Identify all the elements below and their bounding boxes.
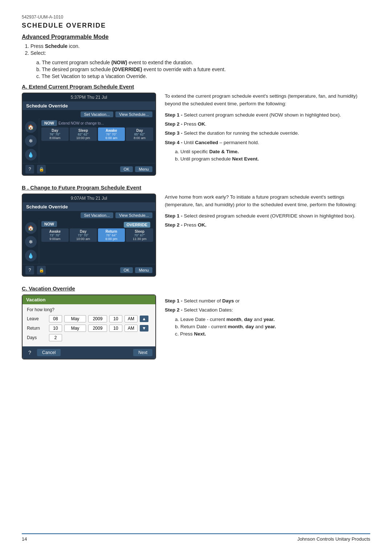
section-c-substep-a: a. Leave Date - current month, day and y… [175,316,370,323]
thermo-b-now-badge: NOW [41,221,57,227]
vacation-return-label: Return [27,326,47,331]
page-title: SCHEDULE OVERRIDE [22,22,370,29]
thermo-b-sched-return: Return 78° 64° 6:00 pm [98,228,125,242]
vacation-leave-month[interactable] [64,315,86,322]
vacation-leave-year[interactable] [88,315,107,322]
thermo-a-icon-temp: ❄ [25,135,37,147]
section-c-substep-b: b. Return Date - current month, day and … [175,323,370,330]
intro-step-2b: b. The desired program schedule (OVERRID… [36,66,370,72]
section-a-substep-a: a. Until specific Date & Time. [175,148,370,155]
section-c-substep-c: c. Press Next. [175,330,370,338]
section-b-right: Arrive home from work early? To initiate… [165,194,370,277]
thermo-a-header: Schedule Override [23,102,155,110]
vacation-days-value[interactable] [49,334,62,341]
intro-step-2: Select: [30,50,370,56]
vacation-return-day[interactable] [49,325,62,332]
vacation-leave-ampm[interactable] [124,315,138,322]
thermo-b-set-vacation[interactable]: Set Vacation... [81,212,114,218]
vacation-ui: Vacation For how long? Leave ▲ [22,294,156,359]
thermo-b-menu[interactable]: Menu [135,267,152,273]
section-a-step3: Step 3 - Select the duration for running… [165,130,370,137]
vacation-return-month[interactable] [64,325,86,332]
vacation-header: Vacation [23,295,155,304]
vacation-return-hour[interactable] [109,325,122,332]
section-a-heading: A. Extend Current Program Schedule Event [22,84,370,90]
thermo-a-now-badge: NOW [41,120,57,126]
company-name: Johnson Controls Unitary Products [297,536,370,542]
section-a-substep-b: b. Until program schedule Next Event. [175,155,370,163]
thermo-a-sched-sleep: Sleep 82° 62° 10:00 pm [70,127,97,141]
vacation-days-label: Days [27,335,47,340]
thermo-b-override-badge: OVERRIDE [124,222,150,228]
section-c-step1: Step 1 - Select number of Days or [165,297,370,305]
vacation-leave-up[interactable]: ▲ [140,316,148,322]
thermo-a-topbar: 5:37PM Thu 21 Jul [23,93,155,102]
thermo-a-set-vacation[interactable]: Set Vacation... [81,111,114,117]
thermo-b-header: Schedule Override [23,203,155,211]
advanced-mode-heading: Advanced Programmable Mode [22,34,370,40]
thermo-b-schedule-row: Awake 73° 70° 9:00am Day 73° 70° 10:00 a… [41,228,153,242]
section-a-right: To extend the current program schedule e… [165,93,370,176]
thermo-b-topbar: 9:07AM Thu 21 Jul [23,194,155,203]
intro-step-1: Press Schedule icon. [30,43,370,49]
thermo-a-view-schedule[interactable]: View Schedule... [115,111,152,117]
thermo-b-icon-temp: ❄ [25,236,37,248]
intro-step-2c: c. The Set Vacation to setup a Vacation … [36,73,370,79]
thermo-a-icon-lock: 🔒 [37,165,46,174]
thermo-a-ok[interactable]: OK [120,166,133,172]
doc-id: 542937-UUM-A-1010 [22,15,370,20]
vacation-question-icon: ? [25,348,34,357]
vacation-for-how-long: For how long? [27,307,151,312]
section-c-heading: C. Vacation Override [22,285,370,292]
thermo-b-icon-home: 🏠 [25,222,37,234]
thermo-b-view-schedule[interactable]: View Schedule... [115,212,152,218]
vacation-cancel-button[interactable]: Cancel [37,349,61,356]
vacation-return-year[interactable] [88,325,107,332]
thermo-a-extend-text: Extend NOW or change to... [58,121,104,125]
page-number: 14 [22,536,27,542]
thermo-b-icon-lock: 🔒 [37,266,46,274]
section-a-description: To extend the current program schedule e… [165,93,370,108]
section-c-step2: Step 2 - Select Vacation Dates: [165,306,370,314]
vacation-return-down[interactable]: ▼ [140,325,148,332]
thermostat-ui-b: 9:07AM Thu 21 Jul Schedule Override Set … [22,194,156,277]
section-b-description: Arrive home from work early? To initiate… [165,194,370,209]
vacation-leave-day[interactable] [49,315,62,322]
thermo-b-sched-awake: Awake 73° 70° 9:00am [41,228,69,242]
thermo-b-icon-humidity: 💧 [25,250,37,261]
thermo-a-sched-day2: Day 85° 62° 8:00 am [126,127,153,141]
vacation-next-button[interactable]: Next [133,349,152,356]
thermostat-ui-a: 5:37PM Thu 21 Jul Schedule Override Set … [22,93,156,176]
section-c-right: Step 1 - Select number of Days or Step 2… [165,294,370,359]
thermo-a-icon-home: 🏠 [25,121,37,133]
thermo-a-sched-awake: Awake 78° 70° 6:00 am [98,127,125,141]
section-b-heading: B . Change to Future Program Schedule Ev… [22,184,370,191]
vacation-leave-hour[interactable] [109,315,122,322]
thermo-b-icon-question: ? [25,266,34,274]
section-b-step2: Step 2 - Press OK. [165,221,370,229]
thermo-a-icon-question: ? [25,165,34,174]
section-b-step1: Step 1 - Select desired program schedule… [165,212,370,220]
vacation-return-ampm[interactable] [124,325,138,332]
thermo-a-sched-day1: Day 76° 70° 8:00am [41,127,69,141]
thermo-a-schedule-row: Day 76° 70° 8:00am Sleep 82° 62° 10:00 p… [41,127,153,141]
section-a-step1: Step 1 - Select current program schedule… [165,111,370,119]
page-footer: 14 Johnson Controls Unitary Products [22,533,370,542]
thermo-a-menu[interactable]: Menu [135,166,152,172]
section-a-step2: Step 2 - Press OK. [165,121,370,128]
thermo-a-icon-humidity: 💧 [25,149,37,160]
intro-step-2a: a. The current program schedule (NOW) ev… [36,60,370,65]
thermo-b-ok[interactable]: OK [120,267,133,273]
section-a-step4: Step 4 - Until Cancelled – permanent hol… [165,139,370,146]
vacation-leave-label: Leave [27,316,47,321]
thermo-b-sched-day: Day 73° 70° 10:00 am [70,228,97,242]
thermo-b-sched-sleep: Sleep 70° 67° 11:30 pm [126,228,153,242]
